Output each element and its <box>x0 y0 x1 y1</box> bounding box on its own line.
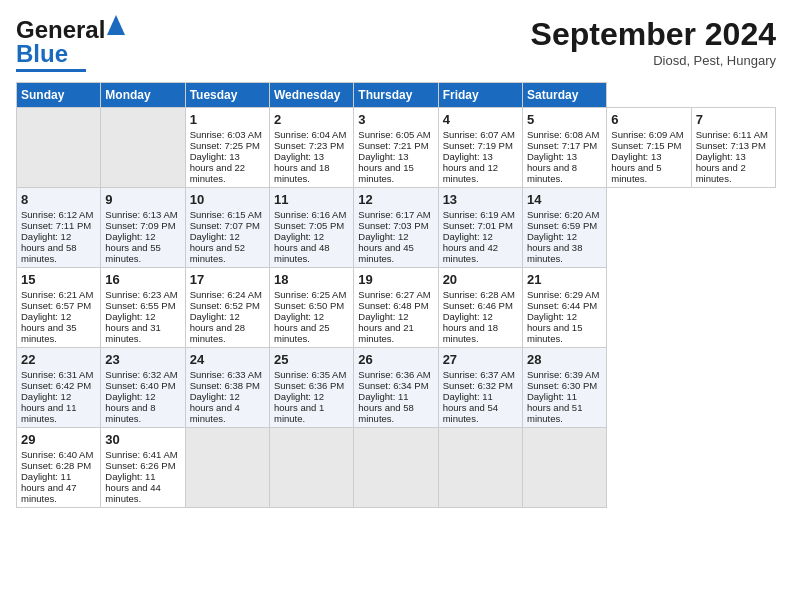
cell: 17Sunrise: 6:24 AMSunset: 6:52 PMDayligh… <box>185 268 269 348</box>
col-header-friday: Friday <box>438 83 522 108</box>
cell: 27Sunrise: 6:37 AMSunset: 6:32 PMDayligh… <box>438 348 522 428</box>
sunrise-text: Sunrise: 6:35 AM <box>274 369 346 380</box>
sunrise-text: Sunrise: 6:32 AM <box>105 369 177 380</box>
daylight-text: Daylight: 12 hours and 48 minutes. <box>274 231 329 264</box>
sunrise-text: Sunrise: 6:08 AM <box>527 129 599 140</box>
sunset-text: Sunset: 7:25 PM <box>190 140 260 151</box>
sunrise-text: Sunrise: 6:39 AM <box>527 369 599 380</box>
col-header-saturday: Saturday <box>522 83 606 108</box>
sunrise-text: Sunrise: 6:33 AM <box>190 369 262 380</box>
sunrise-text: Sunrise: 6:31 AM <box>21 369 93 380</box>
daylight-text: Daylight: 12 hours and 38 minutes. <box>527 231 582 264</box>
page-container: General Blue September 2024 Diosd, Pest,… <box>0 0 792 516</box>
daylight-text: Daylight: 12 hours and 58 minutes. <box>21 231 76 264</box>
sunrise-text: Sunrise: 6:04 AM <box>274 129 346 140</box>
sunset-text: Sunset: 6:38 PM <box>190 380 260 391</box>
daylight-text: Daylight: 12 hours and 1 minute. <box>274 391 324 424</box>
location-subtitle: Diosd, Pest, Hungary <box>531 53 776 68</box>
sunset-text: Sunset: 7:15 PM <box>611 140 681 151</box>
col-header-thursday: Thursday <box>354 83 438 108</box>
sunrise-text: Sunrise: 6:15 AM <box>190 209 262 220</box>
day-number: 1 <box>190 112 265 127</box>
sunrise-text: Sunrise: 6:16 AM <box>274 209 346 220</box>
sunset-text: Sunset: 7:23 PM <box>274 140 344 151</box>
day-number: 13 <box>443 192 518 207</box>
sunset-text: Sunset: 6:34 PM <box>358 380 428 391</box>
sunset-text: Sunset: 6:57 PM <box>21 300 91 311</box>
sunrise-text: Sunrise: 6:37 AM <box>443 369 515 380</box>
sunrise-text: Sunrise: 6:41 AM <box>105 449 177 460</box>
day-number: 16 <box>105 272 180 287</box>
day-number: 2 <box>274 112 349 127</box>
cell: 15Sunrise: 6:21 AMSunset: 6:57 PMDayligh… <box>17 268 101 348</box>
daylight-text: Daylight: 13 hours and 22 minutes. <box>190 151 245 184</box>
day-number: 22 <box>21 352 96 367</box>
daylight-text: Daylight: 12 hours and 18 minutes. <box>443 311 498 344</box>
cell <box>354 428 438 508</box>
day-number: 23 <box>105 352 180 367</box>
cell: 14Sunrise: 6:20 AMSunset: 6:59 PMDayligh… <box>522 188 606 268</box>
daylight-text: Daylight: 13 hours and 2 minutes. <box>696 151 746 184</box>
daylight-text: Daylight: 11 hours and 44 minutes. <box>105 471 160 504</box>
sunset-text: Sunset: 7:03 PM <box>358 220 428 231</box>
day-number: 3 <box>358 112 433 127</box>
cell: 23Sunrise: 6:32 AMSunset: 6:40 PMDayligh… <box>101 348 185 428</box>
day-number: 30 <box>105 432 180 447</box>
cell: 2Sunrise: 6:04 AMSunset: 7:23 PMDaylight… <box>269 108 353 188</box>
day-number: 5 <box>527 112 602 127</box>
cell: 24Sunrise: 6:33 AMSunset: 6:38 PMDayligh… <box>185 348 269 428</box>
sunset-text: Sunset: 6:28 PM <box>21 460 91 471</box>
cell: 9Sunrise: 6:13 AMSunset: 7:09 PMDaylight… <box>101 188 185 268</box>
daylight-text: Daylight: 11 hours and 51 minutes. <box>527 391 582 424</box>
logo-blue: Blue <box>16 40 68 68</box>
cell: 1Sunrise: 6:03 AMSunset: 7:25 PMDaylight… <box>185 108 269 188</box>
day-number: 21 <box>527 272 602 287</box>
sunset-text: Sunset: 6:40 PM <box>105 380 175 391</box>
day-number: 14 <box>527 192 602 207</box>
sunset-text: Sunset: 6:26 PM <box>105 460 175 471</box>
cell <box>522 428 606 508</box>
daylight-text: Daylight: 12 hours and 8 minutes. <box>105 391 155 424</box>
month-title: September 2024 <box>531 16 776 53</box>
day-number: 8 <box>21 192 96 207</box>
sunrise-text: Sunrise: 6:17 AM <box>358 209 430 220</box>
sunrise-text: Sunrise: 6:11 AM <box>696 129 768 140</box>
col-header-sunday: Sunday <box>17 83 101 108</box>
daylight-text: Daylight: 11 hours and 47 minutes. <box>21 471 76 504</box>
sunset-text: Sunset: 6:55 PM <box>105 300 175 311</box>
sunset-text: Sunset: 6:32 PM <box>443 380 513 391</box>
week-row-5: 29Sunrise: 6:40 AMSunset: 6:28 PMDayligh… <box>17 428 776 508</box>
logo: General Blue <box>16 16 125 72</box>
sunrise-text: Sunrise: 6:24 AM <box>190 289 262 300</box>
calendar-table: SundayMondayTuesdayWednesdayThursdayFrid… <box>16 82 776 508</box>
cell: 21Sunrise: 6:29 AMSunset: 6:44 PMDayligh… <box>522 268 606 348</box>
sunrise-text: Sunrise: 6:12 AM <box>21 209 93 220</box>
sunset-text: Sunset: 7:19 PM <box>443 140 513 151</box>
cell: 4Sunrise: 6:07 AMSunset: 7:19 PMDaylight… <box>438 108 522 188</box>
cell <box>17 108 101 188</box>
sunrise-text: Sunrise: 6:27 AM <box>358 289 430 300</box>
sunrise-text: Sunrise: 6:25 AM <box>274 289 346 300</box>
day-number: 18 <box>274 272 349 287</box>
sunrise-text: Sunrise: 6:40 AM <box>21 449 93 460</box>
sunset-text: Sunset: 7:13 PM <box>696 140 766 151</box>
sunrise-text: Sunrise: 6:21 AM <box>21 289 93 300</box>
sunset-text: Sunset: 6:50 PM <box>274 300 344 311</box>
cell: 11Sunrise: 6:16 AMSunset: 7:05 PMDayligh… <box>269 188 353 268</box>
sunrise-text: Sunrise: 6:05 AM <box>358 129 430 140</box>
day-number: 20 <box>443 272 518 287</box>
cell: 16Sunrise: 6:23 AMSunset: 6:55 PMDayligh… <box>101 268 185 348</box>
day-number: 12 <box>358 192 433 207</box>
cell: 18Sunrise: 6:25 AMSunset: 6:50 PMDayligh… <box>269 268 353 348</box>
sunset-text: Sunset: 7:01 PM <box>443 220 513 231</box>
sunset-text: Sunset: 6:36 PM <box>274 380 344 391</box>
sunset-text: Sunset: 6:44 PM <box>527 300 597 311</box>
sunset-text: Sunset: 7:17 PM <box>527 140 597 151</box>
day-number: 19 <box>358 272 433 287</box>
day-number: 17 <box>190 272 265 287</box>
sunset-text: Sunset: 6:46 PM <box>443 300 513 311</box>
day-number: 24 <box>190 352 265 367</box>
cell: 12Sunrise: 6:17 AMSunset: 7:03 PMDayligh… <box>354 188 438 268</box>
sunset-text: Sunset: 7:07 PM <box>190 220 260 231</box>
col-header-monday: Monday <box>101 83 185 108</box>
